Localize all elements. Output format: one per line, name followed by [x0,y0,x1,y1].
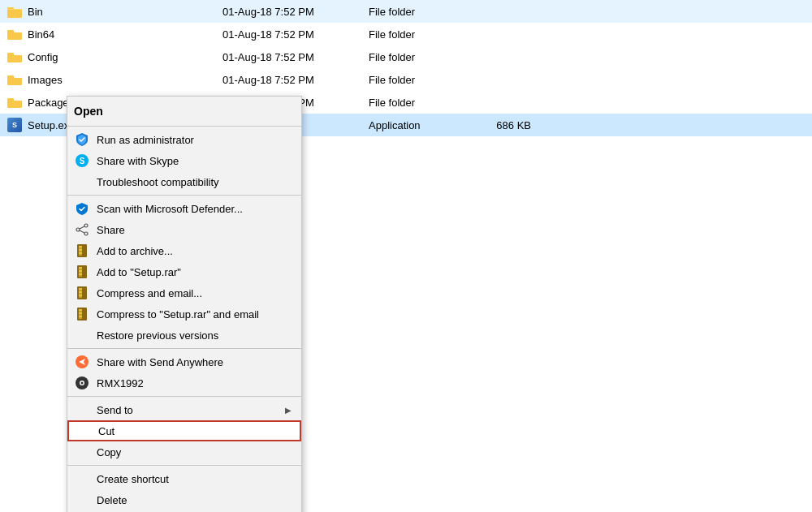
menu-item-label: Copy [97,446,292,458]
folder-icon [6,94,23,110]
file-row-bin[interactable]: Bin 01-Aug-18 7:52 PM File folder [0,0,812,23]
menu-item-send-to[interactable]: Send to ▶ [67,399,301,420]
menu-item-cut[interactable]: Cut [67,420,301,441]
svg-rect-6 [7,55,22,62]
svg-rect-21 [79,246,82,247]
menu-separator [67,465,301,466]
svg-text:S: S [80,157,85,166]
menu-header-label: Open [74,105,103,118]
no-icon [74,402,90,418]
menu-item-label: Compress to "Setup.rar" and email [97,308,292,321]
file-name: Images [28,74,222,86]
menu-item-label: Compress and email... [97,287,292,299]
winrar-icon [74,243,90,259]
svg-rect-36 [79,309,82,311]
menu-item-run-admin[interactable]: Run as administrator [67,129,301,150]
menu-item-rmx1992[interactable]: RMX1992 [67,372,301,394]
file-date: 01-Aug-18 7:52 PM [222,28,369,41]
folder-icon [6,49,23,65]
svg-rect-33 [79,295,82,296]
menu-item-scan-defender[interactable]: Scan with Microsoft Defender... [67,198,301,219]
svg-point-15 [84,232,88,235]
context-menu: Open Run as administrator S Share with S… [67,96,302,512]
menu-item-add-setup-rar[interactable]: Add to "Setup.rar" [67,261,301,282]
no-icon [74,492,90,508]
file-name: Bin64 [28,28,222,41]
menu-item-label: Create shortcut [97,473,292,485]
menu-item-compress-setup-email[interactable]: Compress to "Setup.rar" and email [67,303,301,325]
defender-icon [74,200,90,217]
svg-rect-28 [79,273,82,275]
svg-rect-11 [7,98,14,101]
winrar-icon [74,285,90,301]
menu-item-label: Cut [98,425,290,437]
menu-item-label: Add to archive... [97,245,292,257]
svg-rect-3 [7,10,22,17]
file-name: Bin [28,6,222,18]
share-icon [74,222,90,238]
svg-rect-8 [7,78,22,85]
menu-item-label: Delete [97,494,292,506]
no-icon [74,327,90,343]
menu-item-share-skype[interactable]: S Share with Skype [67,150,301,171]
menu-separator [67,396,301,397]
svg-rect-9 [7,75,14,79]
menu-item-label: Share with Send Anywhere [97,356,292,368]
menu-item-copy[interactable]: Copy [67,441,301,463]
no-icon [74,444,90,460]
no-icon [76,423,92,439]
folder-icon [6,71,23,88]
svg-rect-37 [79,312,82,314]
file-date: 01-Aug-18 7:52 PM [222,51,369,63]
menu-separator [67,348,301,349]
context-menu-header[interactable]: Open [67,99,301,123]
svg-point-14 [84,224,88,227]
file-type: Application [369,119,466,131]
menu-item-label: Share [97,224,292,236]
no-icon [74,174,90,190]
svg-rect-26 [79,267,82,269]
submenu-arrow: ▶ [285,406,292,415]
menu-item-troubleshoot[interactable]: Troubleshoot compatibility [67,171,301,192]
send-anywhere-icon [74,354,90,370]
menu-item-delete[interactable]: Delete [67,489,301,510]
file-row-images[interactable]: Images 01-Aug-18 7:52 PM File folder [0,68,812,91]
rmx-icon [74,375,90,391]
file-date: 01-Aug-18 7:52 PM [222,6,369,18]
svg-rect-4 [7,32,22,40]
file-size: 686 KB [466,119,531,131]
file-row-config[interactable]: Config 01-Aug-18 7:52 PM File folder [0,45,812,68]
file-type: File folder [369,6,466,18]
svg-line-17 [80,226,84,229]
skype-icon: S [74,153,90,169]
svg-line-18 [80,230,84,233]
menu-item-label: Run as administrator [97,134,292,146]
svg-rect-32 [79,291,82,293]
svg-rect-38 [79,316,82,317]
menu-item-label: Troubleshoot compatibility [97,176,292,188]
menu-item-label: Restore previous versions [97,329,292,342]
file-date: 01-Aug-18 7:52 PM [222,74,369,86]
menu-item-add-archive[interactable]: Add to archive... [67,240,301,261]
no-icon [74,471,90,487]
folder-icon [6,3,23,19]
svg-rect-23 [79,252,82,254]
exe-icon: S [6,117,23,133]
menu-separator [67,126,301,127]
file-name: Config [28,51,222,63]
shield-icon [74,131,90,148]
file-type: File folder [369,97,466,109]
menu-item-restore-versions[interactable]: Restore previous versions [67,325,301,346]
menu-item-label: Send to [97,404,285,416]
file-row-bin64[interactable]: Bin64 01-Aug-18 7:52 PM File folder [0,23,812,45]
menu-item-share[interactable]: Share [67,219,301,240]
menu-item-compress-email[interactable]: Compress and email... [67,282,301,303]
menu-item-create-shortcut[interactable]: Create shortcut [67,468,301,489]
menu-item-label: RMX1992 [97,377,292,389]
svg-rect-31 [79,288,82,290]
svg-point-43 [81,382,84,385]
menu-item-send-anywhere[interactable]: Share with Send Anywhere [67,351,301,372]
svg-rect-22 [79,249,82,251]
svg-point-16 [76,228,80,231]
file-type: File folder [369,51,466,63]
